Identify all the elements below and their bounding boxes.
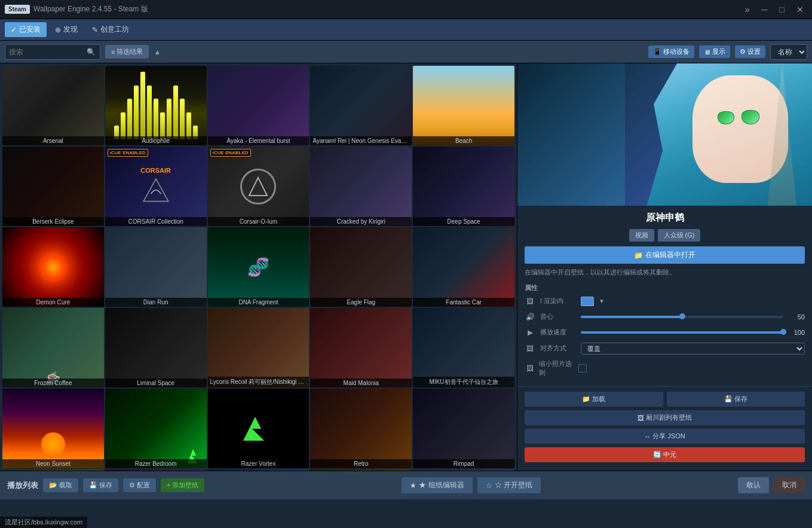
wallpaper-item-liminalspace[interactable]: Liminal Space [105, 308, 207, 387]
wallpaper-item-lycoris[interactable]: Lycoris Recoil 莉可丽丝/Nishikigi Chisato 35 [208, 308, 310, 387]
wallpaper-grid: Arsenal AudiophileAyaka - Elemental burs… [0, 63, 517, 471]
installed-button[interactable]: ✓ 已安装 [5, 22, 47, 37]
right-panel: 原神申鹤 视频 人众级 (G) 📁 在编辑器中打开 在编辑器中开启壁纸，以以其进… [517, 63, 812, 471]
wallpaper-item-audiophile[interactable]: Audiophile [105, 66, 207, 145]
wallpaper-item-demoncure[interactable]: Demon Cure [2, 227, 104, 307]
wallpaper-item-berserk[interactable]: Berserk Eclipse [2, 147, 104, 226]
wallpaper-item-sheep[interactable]: Sheep [2, 469, 104, 471]
workshop-label: 创意工坊 [100, 25, 129, 35]
folder-icon: 📁 [634, 251, 643, 260]
wallpaper-item-deepspace[interactable]: Deep Space [413, 147, 514, 226]
load-label: 加载 [592, 395, 605, 404]
open-icon: ☆ [486, 481, 492, 490]
wallpaper-item-yuanshen[interactable]: in制申鹤 [413, 469, 514, 471]
share-json-button[interactable]: ↔ 分享 JSON [525, 429, 805, 444]
save-playlist-label: 保存 [99, 481, 112, 490]
maximize-button[interactable]: □ [776, 4, 788, 16]
browse-wallpapers-button[interactable]: 🖼 厢川剧列有壁纸 [525, 410, 805, 425]
cancel-button[interactable]: 取消 [774, 477, 805, 493]
load-config-button[interactable]: 📁 加载 [525, 392, 663, 407]
wallpaper-item-corsair[interactable]: CORSAIR iCUE ENABLEDCORSAIR Collection [105, 147, 207, 226]
wallpaper-item-rimpad[interactable]: Rimpad [413, 389, 514, 468]
config-row-4: 🔄 中元 [525, 447, 805, 462]
wallpaper-item-frozencoffee[interactable]: ☕ Frozen Coffee [2, 308, 104, 387]
volume-label: 音心 [540, 312, 576, 321]
config-row-1: 📁 加载 💾 保存 [525, 392, 805, 407]
main-layout: Arsenal AudiophileAyaka - Elemental burs… [0, 63, 812, 471]
open-in-editor-button[interactable]: 📁 在编辑器中打开 [525, 246, 805, 264]
watermark: 流星社区/bbs.liuxingw.com [0, 517, 87, 528]
config-icon: ⚙ [129, 481, 135, 489]
preview-bg-left [517, 63, 625, 206]
minimize-button[interactable]: ─ [758, 4, 771, 16]
preview-checkbox[interactable] [578, 364, 587, 373]
volume-icon: 🔊 [525, 312, 535, 322]
wallpaper-item-eagle[interactable]: Eagle Flag [310, 227, 412, 307]
preview-icon: 🖼 [525, 363, 535, 374]
add-wallpaper-button[interactable]: + 添加壁纸 [161, 478, 204, 492]
watermark-text: 流星社区/bbs.liuxingw.com [5, 518, 82, 526]
wallpaper-item-miku[interactable]: MIKU初音千代子仙台之旅 [413, 308, 514, 387]
wallpaper-item-legends[interactable]: UI JIA - Super Mario/LOL(Legends Wallpap… [310, 469, 412, 471]
default-button[interactable]: 敢认 [738, 477, 769, 493]
wallpaper-item-beach[interactable]: Beach [413, 66, 514, 145]
filter-button[interactable]: ≡ 筛选结果 [105, 45, 149, 59]
rating-tag[interactable]: 人众级 (G) [658, 229, 701, 242]
save-playlist-button[interactable]: 💾 保存 [83, 478, 118, 492]
edit-button[interactable]: ★ ★ 组纸编辑器 [402, 477, 472, 493]
volume-slider[interactable] [581, 316, 783, 318]
wallpaper-item-ayaka[interactable]: Ayaka - Elemental burst [208, 66, 310, 145]
wallpaper-item-cracked[interactable]: Cracked by Kirigiri [310, 147, 412, 226]
speed-slider[interactable] [581, 331, 783, 334]
dropdown-icon: ▼ [599, 298, 605, 304]
settings-label: 设置 [747, 47, 761, 56]
wallpaper-item-razervortex[interactable]: Razer Vortex [208, 389, 310, 468]
wallpaper-item-retro[interactable]: Retro [310, 389, 412, 468]
mobile-label: 移动设备 [663, 47, 690, 56]
wallpaper-item-shimmering[interactable]: Shimmering Particles [105, 469, 207, 471]
wallpaper-item-iodine[interactable]: Iodine [208, 469, 310, 471]
config-row-3: ↔ 分享 JSON [525, 429, 805, 444]
load-playlist-label: 载取 [59, 481, 72, 490]
close-button[interactable]: ✕ [793, 4, 807, 16]
discover-label: 发现 [63, 25, 78, 35]
wallpaper-item-maid[interactable]: Maid Malonia [310, 308, 412, 387]
installed-icon: ✓ [11, 26, 17, 34]
sort-select[interactable]: 名称 [770, 44, 807, 60]
open-wallpaper-button[interactable]: ☆ ☆ 开开壁纸 [477, 477, 541, 493]
wallpaper-item-fantasticcar[interactable]: Fantastic Car [413, 227, 514, 307]
wallpaper-item-arsenal[interactable]: Arsenal [2, 66, 104, 145]
open-btn-label: 在编辑器中打开 [645, 250, 695, 260]
delete-label: 中元 [663, 450, 676, 459]
settings-button[interactable]: ⚙ 设置 [735, 45, 765, 58]
display-label: 显示 [712, 47, 725, 56]
display-button[interactable]: 🖥 显示 [699, 45, 730, 58]
wallpaper-item-neonsunset[interactable]: Neon Sunset [2, 389, 104, 468]
align-select[interactable]: 覆盖 [581, 343, 805, 355]
anime-eye-left [718, 111, 734, 124]
align-label: 对齐方式 [540, 344, 576, 353]
delete-button[interactable]: 🔄 中元 [525, 447, 805, 462]
color-picker[interactable] [581, 297, 594, 306]
discover-button[interactable]: ⊕ 发现 [49, 22, 84, 37]
type-tag[interactable]: 视频 [629, 229, 654, 242]
toolbar: 🔍 ≡ 筛选结果 ▲ 📱 移动设备 🖥 显示 ⚙ 设置 名称 [0, 41, 812, 63]
save-config-button[interactable]: 💾 保存 [667, 392, 805, 407]
config-section: 📁 加载 💾 保存 🖼 厢川剧列有壁纸 ↔ 分享 JSON [517, 386, 812, 471]
workshop-button[interactable]: ✎ 创意工坊 [86, 22, 135, 37]
mobile-button[interactable]: 📱 移动设备 [648, 45, 694, 58]
delete-icon: 🔄 [653, 451, 661, 459]
load-playlist-button[interactable]: 📂 载取 [43, 478, 78, 492]
wallpaper-item-dna[interactable]: 🧬 DNA Fragment [208, 227, 310, 307]
properties-label: 属性 [525, 283, 805, 292]
config-playlist-button[interactable]: ⚙ 配置 [123, 478, 156, 492]
search-input[interactable] [9, 48, 87, 56]
title-bar: Steam Wallpaper Engine 2.4.55 - Steam 版 … [0, 0, 812, 19]
expand-button[interactable]: » [741, 4, 753, 16]
wallpaper-item-ayanamirei[interactable]: Ayanaml Rei | Neon Genesis Evangelion [310, 66, 412, 145]
wallpaper-item-razerbedroom[interactable]: Razer Bedroom [105, 389, 207, 468]
speed-property-row: ▶ 播放速度 100 [525, 327, 805, 338]
discover-icon: ⊕ [55, 26, 61, 34]
wallpaper-item-dianrun[interactable]: Dian Run [105, 227, 207, 307]
wallpaper-item-corsairo[interactable]: iCUE ENABLEDCorsair-O-Ium [208, 147, 310, 226]
